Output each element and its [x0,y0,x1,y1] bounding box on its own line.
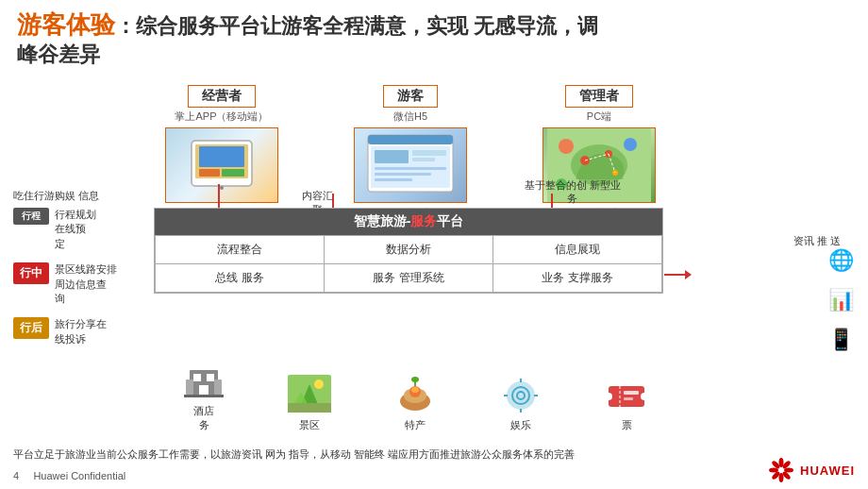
phone-icon: 📱 [823,325,859,355]
globe-icon: 🌐 [823,245,859,276]
push-icon-globe: 🌐 [823,245,859,276]
svg-rect-4 [222,169,244,177]
ticket-icon [602,373,651,414]
hotel-label: 酒店务 [193,404,214,432]
left-item-plan: 行程 行程规划在线预定 [13,208,145,251]
svg-rect-30 [214,379,222,395]
platform-title: 智慧旅游-服务平台 [155,209,662,235]
card-tourist-sublabel: 微信H5 [393,110,427,124]
title-highlight: 游客体验 [17,10,115,39]
cell-5: 业务 支撑服务 [493,264,661,292]
badge-plan: 行程 [13,208,49,225]
eat-live-desc: 吃住行游购娱 信息 [13,189,99,203]
svg-point-22 [559,139,574,154]
cell-0: 流程整合 [156,236,324,263]
svg-rect-2 [199,146,244,167]
platform-box: 智慧旅游-服务平台 流程整合 数据分析 信息展现 总线 服务 服务 管理系统 业… [154,208,663,294]
page-number: 4 Huawei Confidential [13,470,125,481]
svg-point-40 [411,387,419,393]
card-operator-label: 经营者 [188,85,256,108]
svg-rect-28 [199,385,209,395]
push-icon-chart: 📊 [823,285,859,315]
svg-rect-14 [375,178,412,181]
cell-4: 服务 管理系统 [325,264,492,292]
icon-entertainment: 娱乐 [488,373,554,432]
entertainment-icon [496,373,545,414]
svg-rect-26 [193,374,201,381]
text-during: 景区线路安排周边信息查询 [55,262,117,306]
specialty-label: 特产 [405,418,426,432]
svg-rect-27 [207,374,214,381]
svg-point-56 [779,458,784,467]
cell-3: 总线 服务 [156,264,324,292]
svg-point-58 [784,468,793,473]
card-tourist: 游客 微信H5 信息门户 [344,85,476,220]
bottom-icons-row: 酒店务 景区 特产 [151,359,679,432]
specialty-icon [391,373,440,414]
svg-rect-7 [368,135,453,144]
left-item-after: 行后 旅行分享在线投诉 [13,317,145,346]
svg-point-51 [605,393,612,400]
ticket-label: 票 [622,418,632,432]
push-icon-phone: 📱 [823,325,859,355]
huawei-logo: HUAWEI [768,457,855,483]
svg-rect-13 [375,173,431,176]
cell-1: 数据分析 [325,236,492,263]
right-icons: 🌐 📊 📱 [823,245,859,355]
svg-rect-3 [199,169,220,177]
chart-icon: 📊 [823,285,859,315]
left-panel: 行程 行程规划在线预定 行中 景区线路安排周边信息查询 行后 旅行分享在线投诉 [13,208,145,358]
svg-point-62 [769,468,778,473]
entertainment-label: 娱乐 [510,418,531,432]
svg-point-52 [641,393,648,400]
svg-rect-50 [609,386,644,407]
footer-text: 平台立足于旅游业当前公众服务工作需要，以旅游资讯 网为 指导，从移动 智能终 端… [13,447,855,463]
icon-ticket: 票 [593,373,659,432]
svg-point-23 [624,138,637,151]
svg-rect-12 [375,167,446,170]
icon-hotel: 酒店务 [171,359,237,432]
svg-point-60 [779,473,784,482]
innovative-label: 基于整合的创 新型业务 [525,179,621,206]
svg-point-35 [314,379,324,389]
card-admin-sublabel: PC端 [587,110,611,124]
icon-specialty: 特产 [382,373,448,432]
svg-rect-9 [375,150,409,163]
browser-svg [363,131,458,199]
title-line2: 峰谷差异 [17,42,851,69]
scenic-icon [285,373,334,414]
scenic-label: 景区 [299,418,320,432]
push-arrow [664,270,692,279]
svg-rect-36 [288,403,331,413]
svg-point-42 [411,377,419,382]
text-after: 旅行分享在线投诉 [55,317,107,346]
cell-2: 信息展现 [493,236,661,263]
card-operator-sublabel: 掌上APP（移动端） [175,110,268,124]
svg-rect-55 [624,397,633,400]
card-tourist-label: 游客 [383,85,438,108]
left-item-during: 行中 景区线路安排周边信息查询 [13,262,145,306]
huawei-text: HUAWEI [800,464,855,478]
svg-rect-31 [184,395,224,397]
text-plan: 行程规划在线预定 [55,208,96,251]
platform-grid: 流程整合 数据分析 信息展现 总线 服务 服务 管理系统 业务 支撑服务 [155,235,662,293]
svg-rect-10 [412,150,446,156]
badge-after: 行后 [13,317,49,339]
huawei-flower-icon [768,457,794,483]
icon-scenic: 景区 [276,373,342,432]
title-main: ：综合服务平台让游客全程满意，实现 无感导流，调 [115,14,598,38]
page-title: 游客体验：综合服务平台让游客全程满意，实现 无感导流，调 峰谷差异 [17,9,851,68]
card-tourist-image [354,127,467,203]
svg-rect-11 [412,158,435,161]
badge-during: 行中 [13,262,49,284]
hotel-icon [179,359,228,400]
svg-rect-29 [186,379,193,395]
svg-rect-54 [624,391,639,395]
card-admin-label: 管理者 [565,85,633,108]
